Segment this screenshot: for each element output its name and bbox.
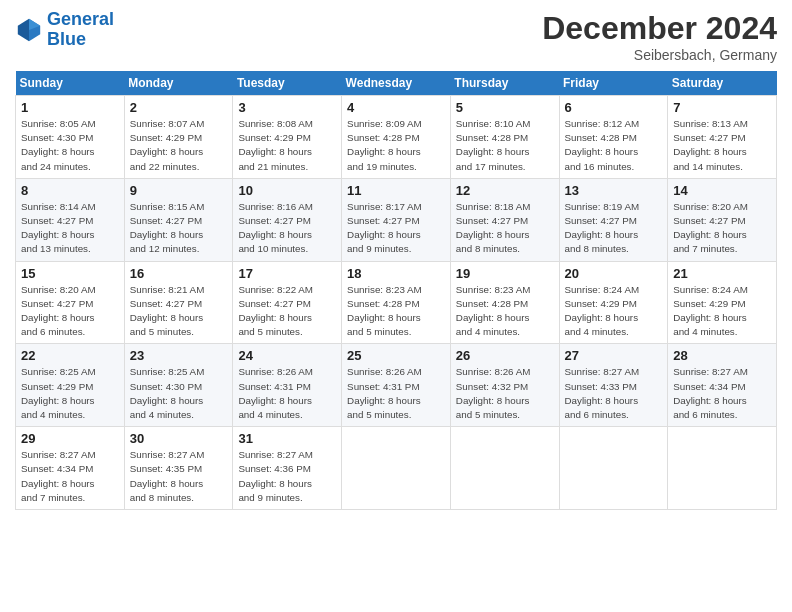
day-info: Sunrise: 8:07 AM Sunset: 4:29 PM Dayligh… <box>130 117 228 174</box>
calendar-cell: 1Sunrise: 8:05 AM Sunset: 4:30 PM Daylig… <box>16 96 125 179</box>
calendar-cell: 24Sunrise: 8:26 AM Sunset: 4:31 PM Dayli… <box>233 344 342 427</box>
day-info: Sunrise: 8:17 AM Sunset: 4:27 PM Dayligh… <box>347 200 445 257</box>
day-number: 22 <box>21 348 119 363</box>
day-info: Sunrise: 8:27 AM Sunset: 4:33 PM Dayligh… <box>565 365 663 422</box>
day-number: 20 <box>565 266 663 281</box>
location: Seibersbach, Germany <box>542 47 777 63</box>
page-header: General Blue December 2024 Seibersbach, … <box>15 10 777 63</box>
day-info: Sunrise: 8:25 AM Sunset: 4:29 PM Dayligh… <box>21 365 119 422</box>
day-number: 24 <box>238 348 336 363</box>
calendar-cell: 3Sunrise: 8:08 AM Sunset: 4:29 PM Daylig… <box>233 96 342 179</box>
calendar-cell: 5Sunrise: 8:10 AM Sunset: 4:28 PM Daylig… <box>450 96 559 179</box>
calendar-cell: 8Sunrise: 8:14 AM Sunset: 4:27 PM Daylig… <box>16 178 125 261</box>
day-number: 30 <box>130 431 228 446</box>
day-number: 25 <box>347 348 445 363</box>
day-info: Sunrise: 8:20 AM Sunset: 4:27 PM Dayligh… <box>673 200 771 257</box>
weekday-header: Tuesday <box>233 71 342 96</box>
calendar-cell: 21Sunrise: 8:24 AM Sunset: 4:29 PM Dayli… <box>668 261 777 344</box>
logo-line1: General <box>47 9 114 29</box>
day-number: 8 <box>21 183 119 198</box>
day-number: 5 <box>456 100 554 115</box>
calendar-cell: 22Sunrise: 8:25 AM Sunset: 4:29 PM Dayli… <box>16 344 125 427</box>
day-info: Sunrise: 8:27 AM Sunset: 4:35 PM Dayligh… <box>130 448 228 505</box>
calendar-cell <box>342 427 451 510</box>
calendar-cell: 19Sunrise: 8:23 AM Sunset: 4:28 PM Dayli… <box>450 261 559 344</box>
calendar-cell: 18Sunrise: 8:23 AM Sunset: 4:28 PM Dayli… <box>342 261 451 344</box>
calendar-cell: 23Sunrise: 8:25 AM Sunset: 4:30 PM Dayli… <box>124 344 233 427</box>
calendar-cell: 25Sunrise: 8:26 AM Sunset: 4:31 PM Dayli… <box>342 344 451 427</box>
day-info: Sunrise: 8:26 AM Sunset: 4:31 PM Dayligh… <box>347 365 445 422</box>
title-block: December 2024 Seibersbach, Germany <box>542 10 777 63</box>
calendar-cell: 15Sunrise: 8:20 AM Sunset: 4:27 PM Dayli… <box>16 261 125 344</box>
day-number: 19 <box>456 266 554 281</box>
weekday-header: Sunday <box>16 71 125 96</box>
day-info: Sunrise: 8:12 AM Sunset: 4:28 PM Dayligh… <box>565 117 663 174</box>
logo-line2: Blue <box>47 29 86 49</box>
calendar-cell: 2Sunrise: 8:07 AM Sunset: 4:29 PM Daylig… <box>124 96 233 179</box>
calendar-cell: 12Sunrise: 8:18 AM Sunset: 4:27 PM Dayli… <box>450 178 559 261</box>
calendar-cell: 13Sunrise: 8:19 AM Sunset: 4:27 PM Dayli… <box>559 178 668 261</box>
day-number: 9 <box>130 183 228 198</box>
calendar-cell: 29Sunrise: 8:27 AM Sunset: 4:34 PM Dayli… <box>16 427 125 510</box>
day-number: 3 <box>238 100 336 115</box>
calendar-cell: 14Sunrise: 8:20 AM Sunset: 4:27 PM Dayli… <box>668 178 777 261</box>
day-info: Sunrise: 8:24 AM Sunset: 4:29 PM Dayligh… <box>673 283 771 340</box>
day-info: Sunrise: 8:16 AM Sunset: 4:27 PM Dayligh… <box>238 200 336 257</box>
day-info: Sunrise: 8:27 AM Sunset: 4:36 PM Dayligh… <box>238 448 336 505</box>
calendar-body: 1Sunrise: 8:05 AM Sunset: 4:30 PM Daylig… <box>16 96 777 510</box>
day-number: 6 <box>565 100 663 115</box>
day-info: Sunrise: 8:26 AM Sunset: 4:32 PM Dayligh… <box>456 365 554 422</box>
day-info: Sunrise: 8:10 AM Sunset: 4:28 PM Dayligh… <box>456 117 554 174</box>
day-info: Sunrise: 8:15 AM Sunset: 4:27 PM Dayligh… <box>130 200 228 257</box>
logo: General Blue <box>15 10 114 50</box>
day-info: Sunrise: 8:23 AM Sunset: 4:28 PM Dayligh… <box>347 283 445 340</box>
calendar-cell: 9Sunrise: 8:15 AM Sunset: 4:27 PM Daylig… <box>124 178 233 261</box>
weekday-header: Saturday <box>668 71 777 96</box>
calendar-cell: 4Sunrise: 8:09 AM Sunset: 4:28 PM Daylig… <box>342 96 451 179</box>
day-number: 28 <box>673 348 771 363</box>
calendar-cell <box>450 427 559 510</box>
day-info: Sunrise: 8:21 AM Sunset: 4:27 PM Dayligh… <box>130 283 228 340</box>
calendar-cell: 30Sunrise: 8:27 AM Sunset: 4:35 PM Dayli… <box>124 427 233 510</box>
day-number: 7 <box>673 100 771 115</box>
day-number: 11 <box>347 183 445 198</box>
day-info: Sunrise: 8:25 AM Sunset: 4:30 PM Dayligh… <box>130 365 228 422</box>
weekday-header: Thursday <box>450 71 559 96</box>
calendar-cell: 7Sunrise: 8:13 AM Sunset: 4:27 PM Daylig… <box>668 96 777 179</box>
calendar-header: SundayMondayTuesdayWednesdayThursdayFrid… <box>16 71 777 96</box>
calendar-cell: 28Sunrise: 8:27 AM Sunset: 4:34 PM Dayli… <box>668 344 777 427</box>
day-info: Sunrise: 8:14 AM Sunset: 4:27 PM Dayligh… <box>21 200 119 257</box>
day-number: 31 <box>238 431 336 446</box>
calendar-cell: 6Sunrise: 8:12 AM Sunset: 4:28 PM Daylig… <box>559 96 668 179</box>
calendar-cell: 11Sunrise: 8:17 AM Sunset: 4:27 PM Dayli… <box>342 178 451 261</box>
day-number: 14 <box>673 183 771 198</box>
calendar-cell: 26Sunrise: 8:26 AM Sunset: 4:32 PM Dayli… <box>450 344 559 427</box>
calendar-cell: 20Sunrise: 8:24 AM Sunset: 4:29 PM Dayli… <box>559 261 668 344</box>
day-number: 12 <box>456 183 554 198</box>
calendar-cell: 27Sunrise: 8:27 AM Sunset: 4:33 PM Dayli… <box>559 344 668 427</box>
day-number: 26 <box>456 348 554 363</box>
day-info: Sunrise: 8:26 AM Sunset: 4:31 PM Dayligh… <box>238 365 336 422</box>
day-info: Sunrise: 8:19 AM Sunset: 4:27 PM Dayligh… <box>565 200 663 257</box>
day-number: 18 <box>347 266 445 281</box>
calendar-cell <box>559 427 668 510</box>
weekday-header: Wednesday <box>342 71 451 96</box>
weekday-header: Friday <box>559 71 668 96</box>
day-number: 10 <box>238 183 336 198</box>
day-info: Sunrise: 8:24 AM Sunset: 4:29 PM Dayligh… <box>565 283 663 340</box>
calendar-cell: 16Sunrise: 8:21 AM Sunset: 4:27 PM Dayli… <box>124 261 233 344</box>
day-number: 16 <box>130 266 228 281</box>
day-info: Sunrise: 8:20 AM Sunset: 4:27 PM Dayligh… <box>21 283 119 340</box>
month-title: December 2024 <box>542 10 777 47</box>
logo-icon <box>15 16 43 44</box>
calendar-cell: 31Sunrise: 8:27 AM Sunset: 4:36 PM Dayli… <box>233 427 342 510</box>
weekday-header: Monday <box>124 71 233 96</box>
day-number: 17 <box>238 266 336 281</box>
day-number: 4 <box>347 100 445 115</box>
day-info: Sunrise: 8:27 AM Sunset: 4:34 PM Dayligh… <box>673 365 771 422</box>
day-number: 27 <box>565 348 663 363</box>
calendar-cell: 17Sunrise: 8:22 AM Sunset: 4:27 PM Dayli… <box>233 261 342 344</box>
day-info: Sunrise: 8:13 AM Sunset: 4:27 PM Dayligh… <box>673 117 771 174</box>
day-info: Sunrise: 8:09 AM Sunset: 4:28 PM Dayligh… <box>347 117 445 174</box>
day-info: Sunrise: 8:08 AM Sunset: 4:29 PM Dayligh… <box>238 117 336 174</box>
